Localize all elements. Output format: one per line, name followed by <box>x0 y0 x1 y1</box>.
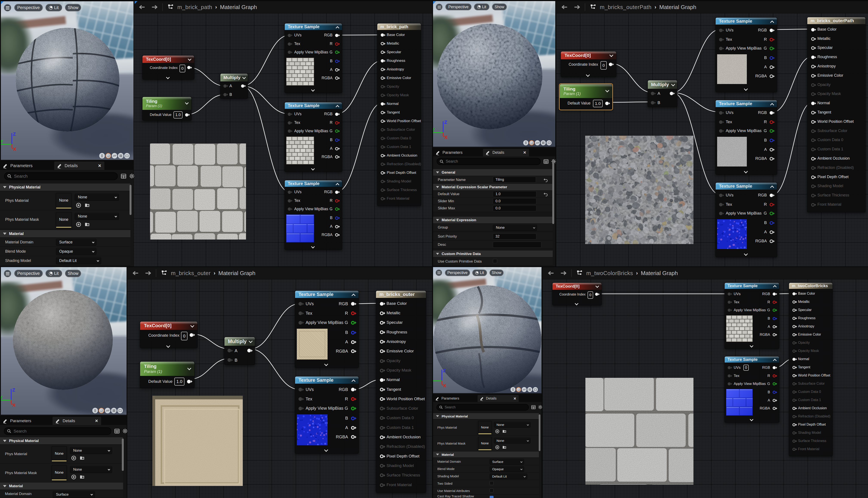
svg-text:Z: Z <box>12 387 15 393</box>
svg-text:X: X <box>445 135 448 140</box>
svg-text:Z: Z <box>443 368 446 373</box>
svg-text:Y: Y <box>433 127 435 132</box>
svg-text:Y: Y <box>1 395 3 400</box>
svg-text:Z: Z <box>13 131 16 137</box>
svg-text:X: X <box>13 402 16 408</box>
svg-text:Y: Y <box>433 375 433 381</box>
svg-text:Y: Y <box>1 139 3 144</box>
svg-text:X: X <box>443 383 446 388</box>
svg-text:X: X <box>13 146 16 152</box>
svg-text:Z: Z <box>444 120 447 125</box>
